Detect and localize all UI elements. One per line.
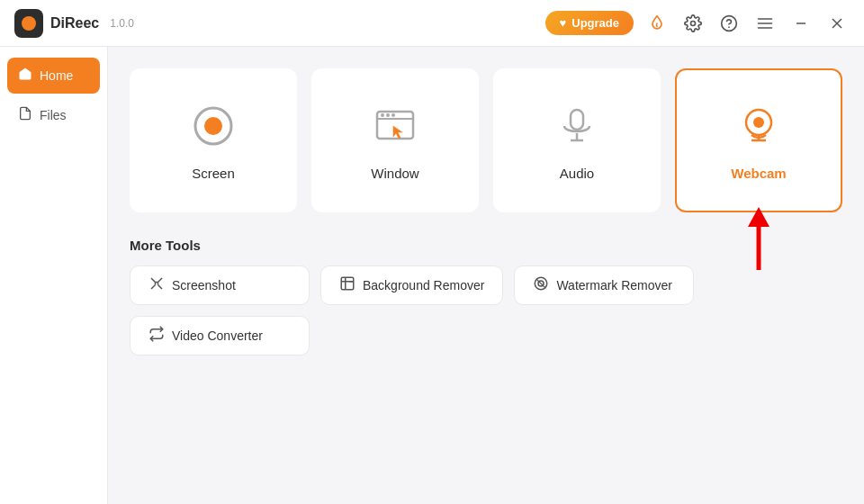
upgrade-button[interactable]: ♥ Upgrade [545,11,634,35]
bg-remover-tool-label: Background Remover [363,278,484,292]
menu-icon [756,14,774,32]
svg-line-32 [151,285,156,290]
home-icon [18,67,32,85]
help-icon [720,14,738,32]
flame-icon [648,14,666,32]
close-icon [831,17,843,30]
more-tools-section: More Tools [130,238,842,356]
webcam-card[interactable]: Webcam [675,68,842,212]
logo-inner-circle [22,16,36,31]
watermark-remover-tool-label: Watermark Remover [556,278,672,292]
heart-icon: ♥ [560,16,567,30]
sidebar-files-label: Files [40,108,67,122]
main-layout: Home Files Screen [0,47,864,504]
logo-icon [14,9,43,38]
screenshot-tool-button[interactable]: Screenshot [130,266,310,305]
audio-card-icon [552,101,602,151]
svg-point-15 [386,113,390,117]
settings-button[interactable] [680,11,706,36]
app-version: 1.0.0 [110,17,134,30]
svg-line-28 [158,278,163,283]
tools-grid: Screenshot Background Remover [130,266,842,356]
screenshot-icon [148,275,165,295]
menu-button[interactable] [752,11,778,36]
gear-icon [684,14,702,32]
sidebar-item-home[interactable]: Home [7,58,100,94]
svg-point-16 [392,113,395,117]
svg-rect-9 [23,74,27,79]
audio-card-label: Audio [560,166,594,181]
recording-cards: Screen Window [130,68,842,212]
webcam-card-icon [734,101,784,151]
help-button[interactable] [716,11,742,36]
svg-line-33 [158,285,163,290]
titlebar: DiReec 1.0.0 ♥ Upgrade [0,0,864,47]
window-card[interactable]: Window [311,68,479,212]
files-icon [18,106,32,124]
svg-point-11 [204,117,222,135]
screen-card-icon [188,101,238,151]
minimize-button[interactable] [788,11,814,36]
watermark-remover-tool-button[interactable]: Watermark Remover [514,266,694,305]
titlebar-actions: ♥ Upgrade [545,11,850,36]
svg-point-22 [753,117,764,128]
sidebar: Home Files [0,47,108,504]
more-tools-label: More Tools [130,238,842,253]
watermark-remover-icon [533,275,549,295]
svg-rect-18 [571,110,583,130]
sidebar-item-files[interactable]: Files [7,97,100,133]
video-converter-icon [148,326,165,346]
screenshot-tool-label: Screenshot [172,278,236,292]
screen-card-label: Screen [192,166,235,181]
svg-point-14 [381,113,384,117]
sidebar-home-label: Home [40,68,73,83]
bg-remover-icon [339,275,356,295]
svg-point-0 [691,21,696,25]
close-button[interactable] [824,11,850,36]
video-converter-tool-button[interactable]: Video Converter [130,316,310,356]
webcam-card-label: Webcam [731,166,786,181]
svg-rect-34 [341,277,354,290]
bg-remover-tool-button[interactable]: Background Remover [320,266,503,305]
audio-card[interactable]: Audio [493,68,661,212]
svg-line-27 [151,278,156,283]
window-card-label: Window [371,166,418,181]
flame-icon-button[interactable] [644,11,670,36]
app-name: DiReec [50,15,99,32]
svg-marker-26 [748,207,770,227]
video-converter-tool-label: Video Converter [172,328,263,343]
screen-card[interactable]: Screen [130,68,297,212]
main-content: Screen Window [108,47,864,504]
svg-marker-17 [393,126,402,139]
window-card-icon [370,101,420,151]
app-logo: DiReec 1.0.0 [14,9,134,38]
minimize-icon [795,17,807,30]
